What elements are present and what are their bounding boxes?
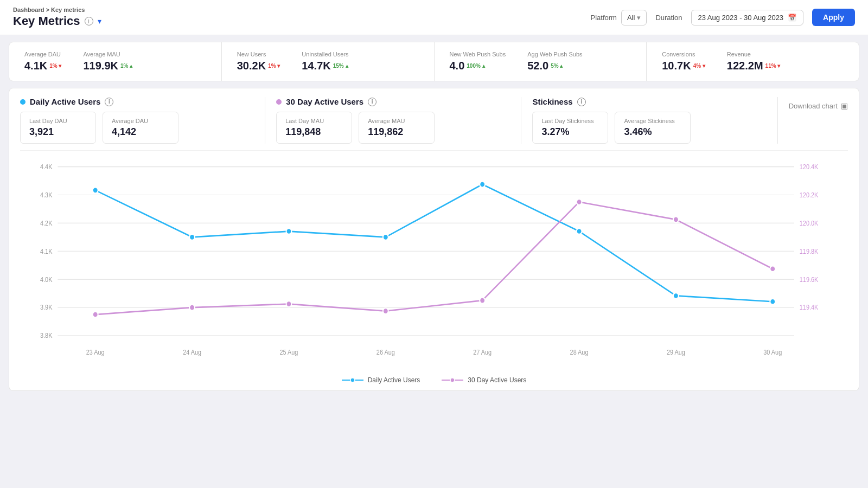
- charts-section: Daily Active Users i Last Day DAU 3,921 …: [9, 88, 859, 391]
- svg-point-36: [93, 312, 98, 318]
- duration-label: Duration: [655, 14, 682, 22]
- metric-conversions: Conversions 10.7K 4% ▾: [662, 51, 705, 72]
- mau-avg-label: Average MAU: [368, 118, 425, 124]
- svg-text:25 Aug: 25 Aug: [280, 349, 298, 356]
- chevron-down-icon[interactable]: ▾: [98, 17, 101, 25]
- info-icon[interactable]: i: [85, 17, 93, 25]
- svg-text:4.4K: 4.4K: [40, 164, 53, 171]
- svg-point-29: [189, 234, 195, 240]
- svg-point-32: [480, 182, 485, 188]
- dau-title-row: Daily Active Users i: [20, 97, 254, 106]
- stickiness-section-header: Stickiness i Last Day Stickiness 3.27% A…: [521, 97, 777, 144]
- line-chart: 4.4K 4.3K 4.2K 4.1K 4.0K 3.9K 3.8K 120.4…: [20, 155, 848, 372]
- date-range-picker[interactable]: 23 Aug 2023 - 30 Aug 2023 📅: [691, 10, 804, 25]
- page-title-row: Key Metrics i ▾: [13, 14, 101, 28]
- svg-point-47: [450, 378, 455, 382]
- mau-info-icon[interactable]: i: [368, 98, 376, 106]
- stickiness-last-day-box: Last Day Stickiness 3.27%: [532, 112, 608, 144]
- metric-revenue-label: Revenue: [727, 51, 781, 57]
- svg-text:119.8K: 119.8K: [800, 248, 819, 255]
- legend-mau-line-icon: [442, 376, 463, 384]
- platform-select[interactable]: All ▾: [621, 10, 647, 25]
- dau-section-header: Daily Active Users i Last Day DAU 3,921 …: [20, 97, 265, 144]
- stickiness-avg-box: Average Stickiness 3.46%: [615, 112, 691, 144]
- download-icon: ▣: [841, 101, 848, 110]
- breadcrumb-dashboard: Dashboard: [13, 7, 44, 13]
- metric-new-users-label: New Users: [237, 51, 280, 57]
- svg-point-34: [673, 293, 679, 299]
- chart-stats-row: Daily Active Users i Last Day DAU 3,921 …: [20, 97, 848, 151]
- svg-text:4.0K: 4.0K: [40, 276, 53, 283]
- metric-avg-dau-value: 4.1K 1% ▾: [24, 60, 61, 72]
- dau-stat-boxes: Last Day DAU 3,921 Average DAU 4,142: [20, 112, 254, 144]
- date-range-value: 23 Aug 2023 - 30 Aug 2023: [698, 14, 784, 22]
- dau-last-day-box: Last Day DAU 3,921: [20, 112, 96, 144]
- metric-avg-dau-badge: 1% ▾: [49, 63, 61, 69]
- download-chart-button[interactable]: Download chart ▣: [789, 101, 848, 110]
- page-title: Key Metrics: [13, 14, 80, 28]
- breadcrumb: Dashboard > Key metrics: [13, 7, 101, 13]
- stickiness-title-row: Stickiness i: [532, 97, 766, 106]
- svg-text:28 Aug: 28 Aug: [570, 349, 589, 356]
- metric-agg-web-push-badge: 5% ▴: [551, 63, 563, 69]
- metric-new-web-push-value: 4.0 100% ▴: [450, 60, 506, 72]
- svg-text:119.6K: 119.6K: [800, 276, 819, 283]
- metric-uninstalled-badge: 15% ▴: [333, 63, 348, 69]
- stickiness-avg-value: 3.46%: [624, 126, 681, 138]
- metric-new-users: New Users 30.2K 1% ▾: [237, 51, 280, 72]
- svg-text:29 Aug: 29 Aug: [667, 349, 685, 356]
- svg-point-28: [93, 187, 98, 193]
- apply-button[interactable]: Apply: [812, 9, 855, 26]
- legend-dau: Daily Active Users: [342, 376, 420, 384]
- metric-agg-web-push-label: Agg Web Push Subs: [527, 51, 582, 57]
- metric-group-3: New Web Push Subs 4.0 100% ▴ Agg Web Pus…: [435, 42, 647, 81]
- dau-avg-label: Average DAU: [112, 118, 169, 124]
- svg-text:3.8K: 3.8K: [40, 332, 53, 339]
- svg-point-38: [286, 301, 292, 307]
- metric-new-users-badge: 1% ▾: [268, 63, 280, 69]
- dau-dot: [20, 99, 25, 105]
- metric-conversions-value: 10.7K 4% ▾: [662, 60, 705, 72]
- metrics-bar: Average DAU 4.1K 1% ▾ Average MAU 119.9K…: [9, 42, 859, 81]
- svg-text:30 Aug: 30 Aug: [763, 349, 782, 356]
- svg-text:27 Aug: 27 Aug: [473, 349, 492, 356]
- svg-text:120.4K: 120.4K: [800, 164, 819, 171]
- svg-text:4.2K: 4.2K: [40, 220, 53, 227]
- header: Dashboard > Key metrics Key Metrics i ▾ …: [0, 0, 868, 35]
- legend-mau: 30 Day Active Users: [442, 376, 526, 384]
- download-chart-label: Download chart: [789, 102, 838, 110]
- metric-group-4: Conversions 10.7K 4% ▾ Revenue 122.2M 11…: [647, 42, 859, 81]
- dau-avg-box: Average DAU 4,142: [103, 112, 178, 144]
- chart-area: 4.4K 4.3K 4.2K 4.1K 4.0K 3.9K 3.8K 120.4…: [20, 155, 848, 372]
- stickiness-avg-label: Average Stickiness: [624, 118, 681, 124]
- platform-label: Platform: [591, 14, 617, 22]
- metric-average-dau: Average DAU 4.1K 1% ▾: [24, 51, 61, 72]
- stickiness-last-day-value: 3.27%: [541, 126, 599, 138]
- metric-new-web-push: New Web Push Subs 4.0 100% ▴: [450, 51, 506, 72]
- mau-title-row: 30 Day Active Users i: [276, 97, 510, 106]
- calendar-icon: 📅: [788, 14, 796, 22]
- stickiness-info-icon[interactable]: i: [577, 98, 586, 106]
- svg-point-45: [350, 378, 355, 382]
- metric-revenue: Revenue 122.2M 11% ▾: [727, 51, 781, 72]
- dau-avg-value: 4,142: [112, 126, 169, 138]
- header-left: Dashboard > Key metrics Key Metrics i ▾: [13, 7, 101, 28]
- metric-avg-mau-label: Average MAU: [83, 51, 132, 57]
- svg-point-40: [480, 298, 485, 304]
- svg-text:4.3K: 4.3K: [40, 191, 53, 198]
- mau-last-day-box: Last Day MAU 119,848: [276, 112, 352, 144]
- metric-uninstalled-value: 14.7K 15% ▴: [302, 60, 348, 72]
- dau-info-icon[interactable]: i: [105, 98, 113, 106]
- stickiness-title: Stickiness: [532, 97, 572, 106]
- metric-average-mau: Average MAU 119.9K 1% ▴: [83, 51, 132, 72]
- metric-avg-dau-label: Average DAU: [24, 51, 61, 57]
- legend-dau-line-icon: [342, 376, 363, 384]
- svg-text:4.1K: 4.1K: [40, 248, 53, 255]
- dau-last-day-value: 3,921: [29, 126, 87, 138]
- mau-dot: [276, 99, 282, 105]
- header-controls: Platform All ▾ Duration 23 Aug 2023 - 30…: [591, 9, 855, 26]
- svg-text:120.0K: 120.0K: [800, 220, 819, 227]
- metric-conversions-badge: 4% ▾: [693, 63, 705, 69]
- platform-group: Platform All ▾: [591, 10, 647, 25]
- svg-point-37: [189, 305, 195, 311]
